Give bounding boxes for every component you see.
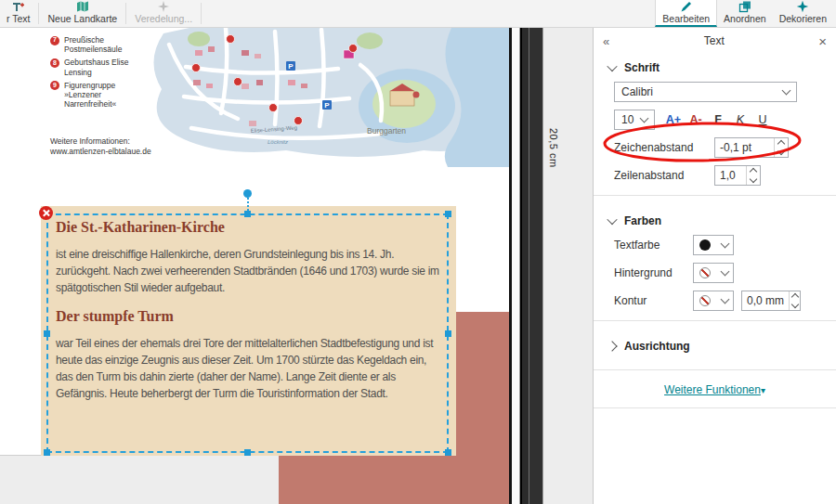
toolbar: r Text Neue Landkarte Veredelung... xyxy=(0,0,836,28)
delete-object-icon[interactable] xyxy=(39,206,53,220)
section-schrift-header[interactable]: Schrift xyxy=(594,52,836,82)
zeilenabstand-spinner[interactable]: 1,0 xyxy=(714,165,761,186)
zeichenabstand-spinner[interactable]: -0,1 pt xyxy=(714,137,789,158)
parking-icon: P xyxy=(288,62,294,71)
resize-handle-middle-left[interactable] xyxy=(44,330,50,337)
resize-handle-bottom-left[interactable] xyxy=(44,449,50,456)
legend-item: 9 Figurengruppe »Lenzener Narrenfreiheit… xyxy=(50,81,150,110)
add-text-icon xyxy=(12,1,24,13)
section-schrift-label: Schrift xyxy=(624,61,660,74)
kontur-label: Kontur xyxy=(614,294,693,307)
close-icon[interactable]: × xyxy=(818,33,827,49)
toolbar-item-label: Neue Landkarte xyxy=(47,13,117,24)
map-image[interactable]: P P Burggarten Elise-Lensing-Weg Löcknit… xyxy=(137,28,511,169)
legend-item: 8 Geburtshaus Elise Lensing xyxy=(50,58,150,76)
toolbar-item-anordnen[interactable]: Anordnen xyxy=(717,0,773,27)
zeilenabstand-label: Zeilenabstand xyxy=(614,169,714,182)
chevron-down-icon xyxy=(607,61,617,71)
no-color-icon xyxy=(699,267,711,278)
section-farben-header[interactable]: Farben xyxy=(594,205,836,235)
legend-text: Geburtshaus Elise Lensing xyxy=(64,58,150,76)
hintergrund-label: Hintergrund xyxy=(614,266,693,279)
map-legend[interactable]: 7 Preußische Postmeilensäule 8 Geburtsha… xyxy=(50,35,150,112)
font-decrease-button[interactable]: A- xyxy=(685,110,707,130)
hintergrund-color-select[interactable] xyxy=(693,263,734,283)
spinner-arrows[interactable] xyxy=(746,166,760,185)
toolbar-separator xyxy=(201,3,202,24)
legend-info-url: www.amtlenzen-elbtalaue.de xyxy=(50,147,151,157)
weitere-funktionen-row: Weitere Funktionen▾ xyxy=(594,383,836,396)
toolbar-item-dekorieren[interactable]: Dekorieren xyxy=(773,0,833,27)
kontur-width-spinner[interactable]: 0,0 mm xyxy=(741,291,801,311)
resize-handle-bottom-right[interactable] xyxy=(445,449,451,456)
page-height-label: 20,5 cm xyxy=(548,128,559,168)
underline-button[interactable]: U xyxy=(751,110,774,130)
spinner-arrows[interactable] xyxy=(774,138,788,157)
selection-frame[interactable] xyxy=(46,213,449,453)
zeichenabstand-label: Zeichenabstand xyxy=(614,141,714,154)
map-icon xyxy=(76,0,89,13)
page-edge-gap xyxy=(512,28,519,504)
legend-info-label: Weitere Informationen: xyxy=(50,136,151,147)
resize-handle-top-right[interactable] xyxy=(445,211,451,217)
legend-text: Preußische Postmeilensäule xyxy=(64,35,150,54)
resize-handle-middle-right[interactable] xyxy=(445,330,451,337)
textfarbe-label: Textfarbe xyxy=(614,239,693,252)
chevron-down-icon xyxy=(721,295,730,304)
text-properties-panel: « Text × Schrift Calibri 10 A+ A- F K U xyxy=(593,28,836,504)
kontur-width-value: 0,0 mm xyxy=(742,291,789,310)
font-size-select[interactable]: 10 xyxy=(614,110,655,130)
sparkle-icon xyxy=(157,0,170,13)
panel-collapse-icon[interactable]: « xyxy=(603,34,609,48)
legend-item: 7 Preußische Postmeilensäule xyxy=(50,35,150,54)
spinner-down-icon[interactable] xyxy=(777,148,785,155)
toolbar-separator xyxy=(38,3,39,24)
toolbar-item-veredelung[interactable]: Veredelung... xyxy=(128,0,199,27)
chevron-right-icon xyxy=(607,341,617,351)
legend-marker: 8 xyxy=(50,58,59,68)
resize-handle-top-middle[interactable] xyxy=(244,211,251,217)
divider xyxy=(594,320,836,321)
chevron-down-icon xyxy=(782,86,791,96)
divider xyxy=(594,369,836,370)
section-ausrichtung-label: Ausrichtung xyxy=(624,340,690,353)
toolbar-separator xyxy=(125,3,126,24)
font-family-select[interactable]: Calibri xyxy=(614,82,797,102)
legend-marker: 7 xyxy=(50,36,59,45)
chevron-down-icon xyxy=(607,214,617,225)
pencil-icon xyxy=(680,0,693,13)
map-label-burggarten: Burggarten xyxy=(367,126,406,136)
toolbar-item-label: Dekorieren xyxy=(779,13,827,24)
textfarbe-color-select[interactable] xyxy=(693,235,734,255)
vertical-scrollbar[interactable] xyxy=(519,28,543,504)
font-family-value: Calibri xyxy=(621,85,653,98)
italic-button[interactable]: K xyxy=(729,110,751,130)
chevron-down-icon xyxy=(721,239,730,249)
kontur-color-select[interactable] xyxy=(693,291,734,311)
toolbar-item-label: Anordnen xyxy=(724,13,766,24)
resize-handle-bottom-middle[interactable] xyxy=(244,449,251,456)
toolbar-item-neue-landkarte[interactable]: Neue Landkarte xyxy=(41,0,124,27)
toolbar-item-more-text[interactable]: r Text xyxy=(0,0,36,27)
dropdown-arrow-icon: ▾ xyxy=(761,385,765,395)
toolbar-item-label: Veredelung... xyxy=(135,13,192,24)
spinner-down-icon[interactable] xyxy=(750,175,757,183)
divider xyxy=(594,407,836,408)
spinner-down-icon[interactable] xyxy=(790,301,798,308)
weitere-funktionen-link[interactable]: Weitere Funktionen xyxy=(664,383,761,396)
toolbar-item-label: r Text xyxy=(7,13,30,24)
spinner-arrows[interactable] xyxy=(789,291,800,310)
bold-button[interactable]: F xyxy=(707,110,729,130)
rotation-handle[interactable] xyxy=(243,189,252,198)
section-ausrichtung-header[interactable]: Ausrichtung xyxy=(594,330,836,360)
toolbar-right-group: Bearbeiten Anordnen Dekorieren xyxy=(655,0,833,27)
font-size-value: 10 xyxy=(621,113,634,126)
parking-icon: P xyxy=(324,101,330,110)
toolbar-item-bearbeiten[interactable]: Bearbeiten xyxy=(655,0,717,27)
panel-title: Text xyxy=(609,34,818,47)
toolbar-item-label: Bearbeiten xyxy=(662,13,710,24)
font-increase-button[interactable]: A+ xyxy=(662,110,685,130)
legend-text: Figurengruppe »Lenzener Narrenfreiheit« xyxy=(64,81,150,110)
decorate-star-icon xyxy=(796,0,809,13)
legend-info: Weitere Informationen: www.amtlenzen-elb… xyxy=(50,136,151,158)
